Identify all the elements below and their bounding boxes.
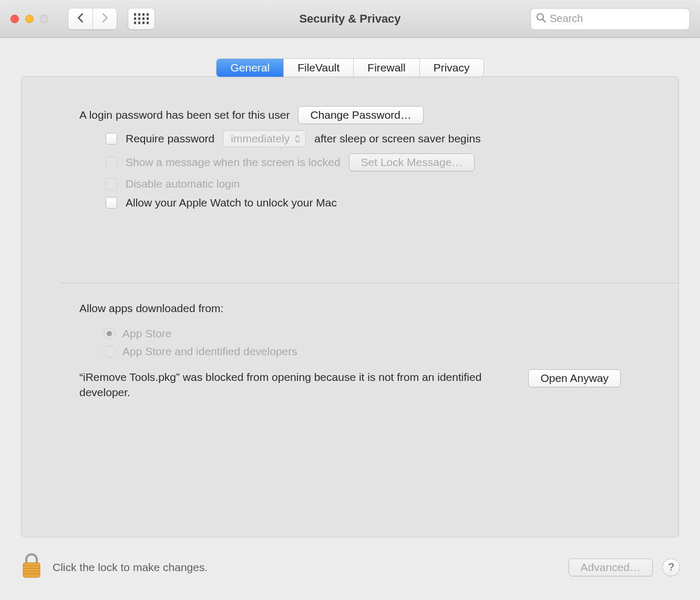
content-area: General FileVault Firewall Privacy A log… xyxy=(0,38,700,537)
show-message-row: Show a message when the screen is locked… xyxy=(79,153,621,171)
allow-apps-section: Allow apps downloaded from: App Store Ap… xyxy=(79,302,621,400)
change-password-button[interactable]: Change Password… xyxy=(298,106,424,124)
radio-identified xyxy=(104,346,115,357)
require-password-delay-value: immediately xyxy=(231,132,290,145)
lock-icon[interactable] xyxy=(20,552,43,582)
traffic-lights xyxy=(11,15,48,23)
tab-privacy[interactable]: Privacy xyxy=(419,59,483,77)
lock-wrap: Click the lock to make changes. xyxy=(20,552,208,582)
disable-auto-login-label: Disable automatic login xyxy=(126,178,240,190)
nav-back-button[interactable] xyxy=(68,8,92,29)
search-input[interactable] xyxy=(550,13,684,25)
svg-line-1 xyxy=(543,19,545,22)
nav-forward-button[interactable] xyxy=(92,8,117,29)
tab-firewall[interactable]: Firewall xyxy=(353,59,419,77)
minimize-window-button[interactable] xyxy=(25,15,34,23)
chevron-right-icon xyxy=(101,13,109,25)
divider xyxy=(60,283,678,283)
help-button[interactable]: ? xyxy=(662,558,680,576)
footer-right: Advanced… ? xyxy=(569,558,680,576)
require-password-checkbox[interactable] xyxy=(106,133,117,144)
general-panel: A login password has been set for this u… xyxy=(21,76,679,537)
show-message-checkbox xyxy=(106,157,117,168)
search-icon xyxy=(536,13,547,25)
apple-watch-label: Allow your Apple Watch to unlock your Ma… xyxy=(126,196,337,209)
nav-buttons xyxy=(68,8,117,29)
disable-auto-login-checkbox xyxy=(106,178,117,190)
tab-filevault[interactable]: FileVault xyxy=(283,59,353,77)
radio-identified-label: App Store and identified developers xyxy=(122,345,297,358)
radio-identified-row: App Store and identified developers xyxy=(79,345,621,358)
search-field-container xyxy=(531,8,689,29)
set-lock-message-button: Set Lock Message… xyxy=(349,153,475,171)
tab-general[interactable]: General xyxy=(217,59,283,77)
require-password-label: Require password xyxy=(126,132,214,145)
advanced-button: Advanced… xyxy=(569,558,653,576)
svg-point-0 xyxy=(537,14,543,20)
chevron-left-icon xyxy=(77,13,84,25)
apple-watch-checkbox[interactable] xyxy=(106,197,117,209)
require-password-delay-select: immediately xyxy=(223,130,306,147)
open-anyway-button[interactable]: Open Anyway xyxy=(528,369,621,387)
radio-app-store-label: App Store xyxy=(122,327,171,340)
lock-text: Click the lock to make changes. xyxy=(53,561,208,574)
show-all-prefs-button[interactable] xyxy=(128,8,155,29)
login-password-label: A login password has been set for this u… xyxy=(79,109,290,121)
tabs: General FileVault Firewall Privacy xyxy=(21,59,679,77)
require-password-row: Require password immediately after sleep… xyxy=(79,130,621,147)
require-password-after-label: after sleep or screen saver begins xyxy=(314,132,480,145)
tab-group: General FileVault Firewall Privacy xyxy=(217,59,483,77)
grid-icon xyxy=(134,13,149,24)
radio-app-store-row: App Store xyxy=(79,327,621,340)
titlebar: Security & Privacy xyxy=(0,0,700,38)
radio-app-store xyxy=(104,328,115,339)
apple-watch-row: Allow your Apple Watch to unlock your Ma… xyxy=(79,196,621,209)
show-message-label: Show a message when the screen is locked xyxy=(126,156,341,169)
login-password-row: A login password has been set for this u… xyxy=(79,106,621,124)
preferences-window: Security & Privacy General FileVault Fir… xyxy=(0,0,700,600)
blocked-app-text: “iRemove Tools.pkg” was blocked from ope… xyxy=(79,369,518,400)
updown-icon xyxy=(295,135,300,143)
disable-auto-login-row: Disable automatic login xyxy=(79,178,621,190)
blocked-app-row: “iRemove Tools.pkg” was blocked from ope… xyxy=(79,369,621,400)
footer: Click the lock to make changes. Advanced… xyxy=(0,537,700,600)
zoom-window-button xyxy=(40,15,48,23)
svg-rect-2 xyxy=(23,563,40,577)
close-window-button[interactable] xyxy=(11,15,19,23)
allow-apps-from-label: Allow apps downloaded from: xyxy=(79,302,621,315)
